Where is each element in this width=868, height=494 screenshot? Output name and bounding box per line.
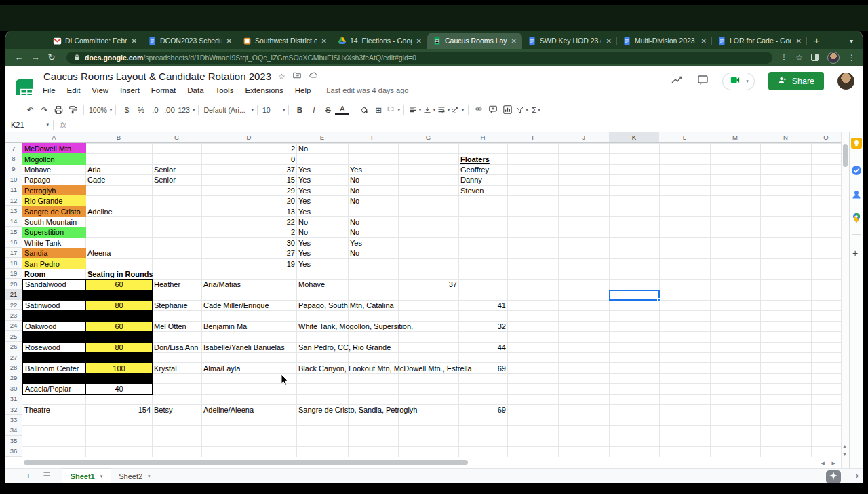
cell-E16[interactable]: Yes bbox=[296, 238, 349, 248]
row-header-32[interactable]: 32 bbox=[5, 404, 22, 415]
cell-D8[interactable]: 0 bbox=[201, 153, 297, 164]
browser-tab-di-committee-februar[interactable]: DI Committee: Februar✕ bbox=[47, 33, 142, 49]
font-size-dropdown[interactable]: 10▾ bbox=[261, 104, 285, 116]
cell-A26[interactable]: Rosewood bbox=[22, 342, 86, 353]
row-header-16[interactable]: 16 bbox=[5, 238, 22, 248]
cell-A14[interactable]: South Mountain bbox=[22, 216, 86, 227]
menu-file[interactable]: File bbox=[43, 86, 56, 94]
close-tab-icon[interactable]: ✕ bbox=[605, 37, 613, 45]
menu-edit[interactable]: Edit bbox=[67, 86, 81, 94]
wrap-icon[interactable]: ▾ bbox=[436, 104, 450, 116]
side-panel-toggle-icon[interactable] bbox=[811, 54, 819, 61]
row-header-20[interactable]: 20 bbox=[5, 279, 22, 289]
account-avatar[interactable] bbox=[837, 73, 854, 90]
meet-presence-button[interactable]: ▾ bbox=[722, 73, 755, 90]
cell-H28[interactable]: 69 bbox=[458, 362, 508, 373]
cell-A18[interactable]: San Pedro bbox=[22, 258, 86, 269]
sheet-tab-sheet1[interactable]: Sheet1▾ bbox=[62, 469, 111, 484]
move-folder-icon[interactable] bbox=[292, 71, 302, 81]
sheet-tab-sheet2[interactable]: Sheet2▾ bbox=[111, 469, 158, 484]
cell-D13[interactable]: 13 bbox=[201, 206, 297, 216]
cell-A30[interactable]: Acacia/Poplar bbox=[22, 383, 86, 394]
keep-icon[interactable] bbox=[851, 138, 862, 149]
all-sheets-icon[interactable] bbox=[42, 471, 52, 481]
cell-B20[interactable]: 60 bbox=[85, 279, 153, 290]
col-header-H[interactable]: H bbox=[458, 132, 508, 143]
comment-icon[interactable] bbox=[486, 104, 500, 116]
cell-D12[interactable]: 20 bbox=[201, 195, 297, 206]
close-tab-icon[interactable]: ✕ bbox=[320, 37, 328, 45]
comment-history-icon[interactable] bbox=[697, 75, 709, 88]
row-header-12[interactable]: 12 bbox=[5, 195, 22, 206]
cell-B10[interactable]: Cade bbox=[85, 174, 153, 185]
cell-B26[interactable]: 80 bbox=[85, 342, 153, 353]
cell-D16[interactable]: 30 bbox=[201, 238, 297, 248]
cell-A20[interactable]: Sandalwood bbox=[22, 279, 86, 290]
show-side-panel-chevron[interactable]: › bbox=[856, 470, 859, 480]
font-dropdown[interactable]: Default (Ari...▾ bbox=[202, 104, 254, 116]
cell-D24[interactable]: Benjamin Ma bbox=[201, 321, 297, 332]
cell-E24[interactable]: White Tank, Mogollon, Supersition, bbox=[296, 321, 349, 332]
cell-A28[interactable]: Ballroom Center bbox=[22, 362, 86, 373]
close-tab-icon[interactable]: ✕ bbox=[130, 37, 138, 45]
col-header-A[interactable]: A bbox=[22, 132, 86, 143]
browser-profile-avatar[interactable] bbox=[827, 52, 840, 64]
cell-B30[interactable]: 40 bbox=[85, 383, 153, 394]
halign-icon[interactable]: ▾ bbox=[408, 104, 422, 116]
cell-A17[interactable]: Sandia bbox=[22, 248, 86, 259]
col-header-B[interactable]: B bbox=[85, 132, 153, 143]
print-icon[interactable] bbox=[52, 104, 66, 116]
cell-D20[interactable]: Aria/Matias bbox=[201, 279, 297, 290]
close-tab-icon[interactable]: ✕ bbox=[415, 37, 423, 45]
row-header-21[interactable]: 21 bbox=[5, 290, 22, 300]
forward-icon[interactable]: → bbox=[28, 52, 42, 62]
cell-C9[interactable]: Senior bbox=[152, 164, 202, 175]
cell-C22[interactable]: Stephanie bbox=[152, 300, 202, 311]
vertical-scroll-thumb[interactable] bbox=[843, 144, 848, 167]
cell-D18[interactable]: 19 bbox=[201, 258, 297, 269]
row-header-10[interactable]: 10 bbox=[5, 174, 22, 185]
cell-F15[interactable]: No bbox=[348, 227, 399, 238]
strikethrough-icon[interactable]: S bbox=[321, 104, 335, 116]
row-header-34[interactable]: 34 bbox=[5, 425, 22, 436]
cell-E17[interactable]: Yes bbox=[296, 248, 349, 259]
col-header-K[interactable]: K bbox=[609, 132, 660, 143]
cell-A24[interactable]: Oakwood bbox=[22, 321, 86, 332]
row-header-17[interactable]: 17 bbox=[5, 248, 22, 258]
cell-A9[interactable]: Mohave bbox=[22, 164, 86, 175]
col-header-O[interactable]: O bbox=[811, 132, 842, 143]
reload-icon[interactable]: ↻ bbox=[45, 52, 58, 62]
fill-icon[interactable] bbox=[357, 104, 371, 116]
cell-C20[interactable]: Heather bbox=[152, 279, 202, 290]
percent-icon[interactable]: % bbox=[134, 104, 148, 116]
browser-tab-14-elections-google[interactable]: 14. Elections - Google✕ bbox=[332, 33, 427, 49]
cell-E13[interactable]: Yes bbox=[296, 206, 349, 216]
borders-icon[interactable]: ⊞ bbox=[371, 104, 385, 116]
cell-H11[interactable]: Steven bbox=[458, 185, 508, 196]
col-header-J[interactable]: J bbox=[558, 132, 610, 143]
name-box[interactable]: K21 ▾ bbox=[5, 121, 53, 129]
cell-A29[interactable] bbox=[22, 373, 153, 384]
col-header-F[interactable]: F bbox=[348, 132, 399, 143]
merge-icon[interactable]: ▾ bbox=[385, 104, 400, 116]
fill-handle[interactable] bbox=[657, 298, 661, 302]
contacts-icon[interactable] bbox=[851, 189, 862, 200]
add-addon-button[interactable]: + bbox=[852, 248, 858, 259]
cell-E7[interactable]: No bbox=[296, 143, 349, 154]
row-header-35[interactable]: 35 bbox=[5, 436, 22, 446]
row-header-11[interactable]: 11 bbox=[5, 185, 22, 195]
cell-C32[interactable]: Betsy bbox=[152, 404, 202, 415]
browser-tab-lor-for-cade-googl[interactable]: LOR for Cade - Googl✕ bbox=[712, 33, 807, 49]
close-tab-icon[interactable]: ✕ bbox=[510, 37, 518, 45]
share-page-icon[interactable]: ⇪ bbox=[781, 53, 787, 62]
row-header-15[interactable]: 15 bbox=[5, 227, 22, 237]
cell-E22[interactable]: Papago, South Mtn, Catalina bbox=[296, 300, 349, 311]
row-header-24[interactable]: 24 bbox=[5, 321, 22, 331]
menu-tools[interactable]: Tools bbox=[216, 86, 234, 94]
cell-H10[interactable]: Danny bbox=[458, 174, 508, 185]
browser-menu-icon[interactable]: ⋮ bbox=[848, 53, 856, 62]
cell-E12[interactable]: Yes bbox=[296, 195, 349, 206]
cell-D28[interactable]: Alma/Layla bbox=[201, 362, 297, 373]
cell-E28[interactable]: Black Canyon, Lookout Mtn, McDowell Mtn.… bbox=[296, 362, 349, 373]
menu-extensions[interactable]: Extensions bbox=[245, 86, 283, 94]
